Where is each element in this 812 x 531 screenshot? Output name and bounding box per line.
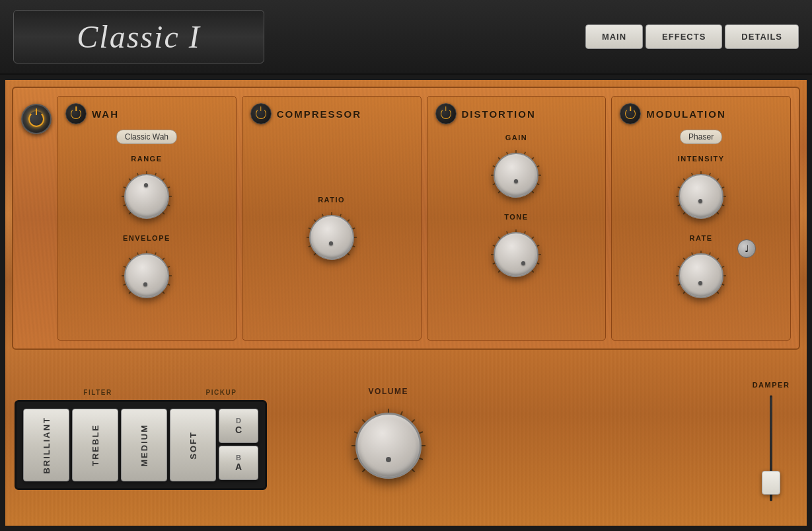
pickup-label-text: PICKUP: [206, 389, 237, 396]
filter-section-label: FILTER: [17, 386, 178, 397]
modulation-intensity-group: INTENSITY: [671, 155, 731, 226]
nav-buttons: MAIN EFFECTS DETAILS: [585, 24, 799, 49]
wah-power-icon: [71, 108, 81, 119]
damper-track: [770, 395, 772, 501]
modulation-title: MODULATION: [646, 108, 726, 120]
compressor-knobs: RATIO: [250, 130, 413, 333]
filter-pickup-panel: FILTER PICKUP BRILLIANT TREBLE MEDIUM: [15, 386, 267, 490]
distortion-gain-label: GAIN: [505, 134, 528, 142]
filter-button-medium-label: MEDIUM: [139, 424, 149, 467]
distortion-tone-dot: [521, 261, 525, 265]
filter-button-treble[interactable]: TREBLE: [72, 409, 118, 481]
compressor-header: COMPRESSOR: [250, 103, 413, 124]
modulation-rate-group: RATE: [671, 234, 731, 306]
buttons-panel: BRILLIANT TREBLE MEDIUM SOFT D: [15, 400, 267, 490]
modulation-preset[interactable]: Phaser: [680, 130, 722, 144]
pickup-section-label: PICKUP: [178, 386, 264, 397]
modulation-intensity-label: INTENSITY: [678, 155, 725, 163]
damper-section: DAMPER: [745, 374, 797, 501]
effects-button[interactable]: EFFECTS: [646, 24, 722, 49]
wah-envelope-label: ENVELOPE: [123, 234, 170, 242]
main-power-area: [21, 96, 52, 341]
tempo-sync-button[interactable]: ♩: [737, 239, 756, 258]
modulation-rate-knob-container: [671, 246, 731, 306]
modulation-rate-knob[interactable]: [679, 253, 723, 298]
filter-button-brilliant[interactable]: BRILLIANT: [23, 409, 69, 481]
pickup-dc-bot: C: [235, 425, 242, 435]
modulation-header: MODULATION: [620, 103, 782, 124]
modulation-intensity-knob[interactable]: [679, 174, 723, 219]
distortion-knobs: GAIN: [435, 130, 598, 288]
wah-title: WAH: [92, 108, 119, 120]
modulation-module: MODULATION Phaser INTENSITY: [611, 96, 791, 341]
modulation-knobs: INTENSITY: [620, 151, 782, 309]
wah-range-label: RANGE: [131, 155, 162, 163]
filter-button-medium[interactable]: MEDIUM: [121, 409, 167, 481]
pickup-button-ba[interactable]: B A: [219, 446, 258, 480]
pickup-ba-top: B: [236, 454, 241, 462]
modulation-intensity-knob-container: [671, 167, 731, 226]
section-labels: FILTER PICKUP: [15, 386, 267, 397]
distortion-gain-knob[interactable]: [494, 153, 538, 198]
compressor-ratio-dot: [329, 241, 333, 245]
modulation-power-icon: [625, 108, 636, 119]
compressor-module: COMPRESSOR RATIO: [242, 96, 422, 341]
wah-envelope-group: ENVELOPE: [117, 234, 176, 306]
distortion-gain-dot: [514, 179, 518, 183]
bottom-section: FILTER PICKUP BRILLIANT TREBLE MEDIUM: [12, 355, 800, 519]
filter-label-text: FILTER: [83, 389, 112, 396]
compressor-power-button[interactable]: [250, 103, 272, 124]
filter-button-soft-label: SOFT: [188, 431, 198, 460]
wah-envelope-knob-container: [117, 246, 176, 306]
buttons-row: BRILLIANT TREBLE MEDIUM SOFT D: [23, 409, 258, 481]
filter-button-soft[interactable]: SOFT: [170, 409, 216, 481]
distortion-gain-knob-container: [486, 145, 546, 205]
distortion-power-icon: [441, 108, 451, 119]
wah-range-knob[interactable]: [124, 174, 169, 219]
compressor-power-icon: [256, 108, 266, 119]
details-button[interactable]: DETAILS: [725, 24, 799, 49]
distortion-title: DISTORTION: [462, 108, 536, 120]
modulation-power-button[interactable]: [620, 103, 641, 124]
filter-button-treble-label: TREBLE: [91, 424, 100, 466]
filter-button-brilliant-label: BRILLIANT: [42, 417, 52, 474]
damper-label: DAMPER: [753, 381, 790, 389]
wah-module: WAH Classic Wah RANGE: [57, 96, 237, 341]
pickup-ba-bot: A: [235, 462, 242, 472]
volume-section: VOLUME: [275, 387, 502, 489]
distortion-tone-knob[interactable]: [494, 232, 538, 277]
app-title: Classic I: [77, 19, 200, 54]
distortion-tone-group: TONE: [486, 213, 546, 284]
wah-preset[interactable]: Classic Wah: [116, 130, 177, 144]
distortion-tone-knob-container: [486, 225, 546, 284]
compressor-ratio-knob[interactable]: [309, 215, 354, 260]
distortion-power-button[interactable]: [435, 103, 457, 124]
wah-knobs: RANGE: [65, 151, 228, 309]
volume-knob-container: [346, 403, 431, 489]
main-button[interactable]: MAIN: [585, 24, 643, 49]
modulation-rate-dot: [698, 281, 702, 285]
wah-range-group: RANGE: [117, 155, 176, 226]
compressor-ratio-knob-container: [302, 208, 361, 267]
header: Classic I MAIN EFFECTS DETAILS: [0, 0, 812, 75]
pickup-buttons: D C B A: [219, 409, 258, 481]
pickup-button-dc[interactable]: D C: [219, 409, 258, 443]
wah-envelope-knob[interactable]: [124, 253, 169, 298]
damper-handle[interactable]: [762, 471, 780, 495]
compressor-ratio-group: RATIO: [302, 196, 361, 267]
wah-envelope-dot: [143, 282, 147, 286]
effects-section: WAH Classic Wah RANGE: [12, 87, 800, 350]
wah-range-knob-container: [117, 167, 176, 226]
distortion-module: DISTORTION GAIN: [427, 96, 607, 341]
modulation-rate-label: RATE: [690, 234, 713, 242]
wah-range-dot: [144, 183, 148, 187]
main-power-button[interactable]: [21, 104, 52, 134]
wah-power-button[interactable]: [65, 103, 87, 124]
modulation-intensity-dot: [698, 199, 702, 203]
distortion-gain-group: GAIN: [486, 134, 546, 205]
wood-panel: WAH Classic Wah RANGE: [0, 75, 812, 531]
pickup-dc-top: D: [236, 417, 241, 425]
volume-dot: [386, 457, 391, 462]
distortion-tone-label: TONE: [504, 213, 528, 221]
volume-knob[interactable]: [355, 413, 422, 479]
